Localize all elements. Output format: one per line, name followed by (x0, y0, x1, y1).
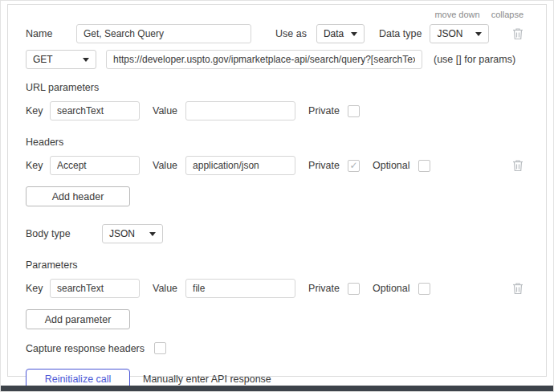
optional-label: Optional (373, 283, 410, 294)
key-label: Key (26, 283, 50, 294)
api-call-panel: move down collapse Name Use as Data Data… (7, 4, 547, 377)
delete-header-trash-icon[interactable] (512, 159, 523, 172)
delete-parameter-trash-icon[interactable] (512, 282, 523, 295)
parameter-row: Key Value Private Optional (26, 279, 523, 298)
private-label: Private (308, 160, 340, 171)
manual-api-response-link[interactable]: Manually enter API response (143, 374, 271, 385)
chevron-down-icon (351, 32, 357, 36)
http-method-select[interactable]: GET (26, 50, 96, 69)
chevron-down-icon (475, 32, 482, 36)
panel-controls: move down collapse (26, 10, 523, 19)
chevron-down-icon (149, 232, 156, 236)
header-private-checkbox[interactable] (348, 160, 360, 172)
delete-call-trash-icon[interactable] (512, 27, 523, 40)
bottom-bar (1, 386, 553, 391)
url-param-private-checkbox[interactable] (348, 105, 360, 117)
use-as-label: Use as (275, 28, 307, 39)
parameter-value-input[interactable] (185, 279, 295, 298)
capture-response-headers-row: Capture response headers (26, 342, 523, 354)
capture-response-headers-label: Capture response headers (26, 343, 145, 354)
url-parameters-title: URL parameters (26, 82, 523, 93)
chevron-down-icon (83, 58, 89, 62)
body-type-label: Body type (26, 228, 102, 239)
call-name-input[interactable] (76, 24, 251, 43)
url-row: GET (use [] for params) (26, 50, 523, 69)
headers-title: Headers (26, 137, 523, 148)
value-label: Value (153, 283, 177, 294)
http-method-value: GET (33, 54, 53, 65)
data-type-label: Data type (379, 28, 422, 39)
parameters-title: Parameters (26, 259, 523, 271)
private-label: Private (308, 105, 340, 116)
capture-response-headers-checkbox[interactable] (154, 342, 166, 354)
use-as-select[interactable]: Data (316, 24, 365, 43)
name-row: Name Use as Data Data type JSON (26, 24, 523, 43)
url-param-key-input[interactable] (50, 101, 140, 120)
parameter-private-checkbox[interactable] (348, 283, 360, 295)
collapse-link[interactable]: collapse (491, 10, 523, 19)
parameter-key-input[interactable] (50, 279, 140, 298)
body-type-row: Body type JSON (26, 224, 523, 243)
private-label: Private (308, 283, 340, 294)
data-type-select[interactable]: JSON (430, 24, 489, 43)
key-label: Key (26, 160, 50, 171)
header-key-input[interactable] (50, 156, 140, 175)
add-parameter-button[interactable]: Add parameter (26, 309, 130, 329)
add-header-button[interactable]: Add header (26, 186, 130, 206)
body-type-selected-value: JSON (109, 228, 135, 239)
use-as-selected-value: Data (324, 28, 344, 39)
value-label: Value (153, 160, 177, 171)
move-down-link[interactable]: move down (434, 10, 479, 19)
url-param-value-input[interactable] (185, 101, 295, 120)
header-row: Key Value Private Optional (26, 156, 523, 175)
optional-label: Optional (373, 160, 410, 171)
key-label: Key (26, 105, 50, 116)
api-url-input[interactable] (106, 50, 422, 69)
name-label: Name (26, 28, 76, 39)
url-parameter-row: Key Value Private (26, 101, 523, 120)
parameter-optional-checkbox[interactable] (418, 283, 430, 295)
body-type-select[interactable]: JSON (102, 224, 163, 243)
data-type-selected-value: JSON (437, 28, 462, 39)
header-optional-checkbox[interactable] (418, 160, 430, 172)
value-label: Value (153, 105, 177, 116)
header-value-input[interactable] (185, 156, 295, 175)
url-params-hint: (use [] for params) (434, 54, 515, 65)
